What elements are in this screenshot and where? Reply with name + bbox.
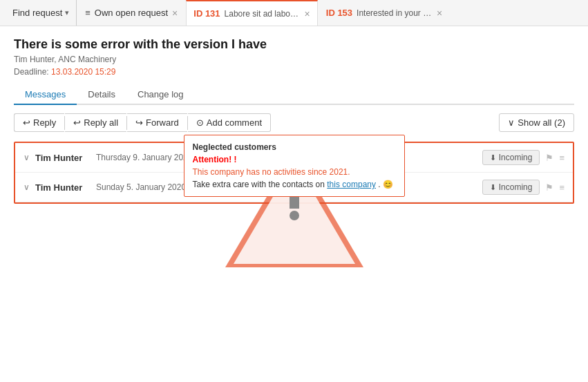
msg2-tag-label: Incoming xyxy=(499,182,533,192)
deadline-label: Deadline: xyxy=(14,67,49,77)
msg2-sender: Tim Hunter xyxy=(35,182,91,193)
flag-icon-2[interactable]: ⚑ xyxy=(545,182,553,193)
list-icon: ≡ xyxy=(85,8,91,18)
expand-msg1-icon[interactable]: ∨ xyxy=(23,153,30,162)
comment-icon: ⊙ xyxy=(196,117,204,128)
tab-own-label: Own open request xyxy=(95,8,168,18)
menu-icon-2[interactable]: ≡ xyxy=(559,182,565,193)
exclaim-dot xyxy=(290,211,299,220)
tab-id153-label: ID 153 xyxy=(326,8,352,18)
tab-id153[interactable]: ID 153 Interested in your PR cam × xyxy=(319,0,450,26)
tab-id131-label: ID 131 xyxy=(193,8,220,19)
messages-wrapper: ∨ Tim Hunter Thursday 9. January 2020 14… xyxy=(14,142,574,204)
msg1-tag-label: Incoming xyxy=(499,153,533,162)
find-request-tab[interactable]: Find request ▾ xyxy=(6,0,77,26)
message-row-2: ∨ Tim Hunter Sunday 5. January 2020 17:2… xyxy=(15,173,573,202)
tab-change-log[interactable]: Change log xyxy=(126,85,195,105)
expand-msg2-icon[interactable]: ∨ xyxy=(23,182,30,192)
add-comment-button[interactable]: ⊙ Add comment xyxy=(188,113,271,132)
show-all-label: Show all (2) xyxy=(518,117,565,128)
download-icon-1: ⬇ xyxy=(490,153,496,162)
forward-icon: ↪ xyxy=(135,117,143,128)
msg1-tag[interactable]: ⬇ Incoming xyxy=(482,150,540,165)
deadline-value: 13.03.2020 15:29 xyxy=(51,67,115,77)
show-all-button[interactable]: ∨ Show all (2) xyxy=(499,113,574,132)
main-content: There is some error with the version I h… xyxy=(0,26,588,204)
tab-messages[interactable]: Messages xyxy=(14,85,77,105)
msg2-actions: ⚑ ≡ xyxy=(545,182,565,193)
forward-button[interactable]: ↪ Forward xyxy=(127,113,187,132)
find-chevron-icon: ▾ xyxy=(65,8,69,17)
reply-label: Reply xyxy=(33,117,56,128)
action-bar: ↩ Reply ↩ Reply all ↪ Forward ⊙ Add comm… xyxy=(14,113,574,132)
reply-button[interactable]: ↩ Reply xyxy=(14,113,64,132)
ticket-title: There is some error with the version I h… xyxy=(14,37,574,52)
tab-own-open-request[interactable]: ≡ Own open request × xyxy=(78,0,184,26)
tab-id131[interactable]: ID 131 Labore sit ad labore aliqu × xyxy=(186,0,318,26)
tab-id153-close-icon[interactable]: × xyxy=(437,8,442,18)
msg2-date: Sunday 5. January 2020 17:29 xyxy=(96,182,477,192)
tab-details[interactable]: Details xyxy=(77,85,126,105)
tab-id131-subtitle: Labore sit ad labore aliqu xyxy=(225,9,301,19)
forward-label: Forward xyxy=(146,117,179,128)
tab-id131-close-icon[interactable]: × xyxy=(305,9,310,19)
ticket-meta: Tim Hunter, ANC Machinery xyxy=(14,55,574,64)
sub-tabs: Messages Details Change log xyxy=(14,85,574,105)
flag-icon-1[interactable]: ⚑ xyxy=(545,153,553,163)
menu-icon-1[interactable]: ≡ xyxy=(559,153,565,163)
tab-id153-subtitle: Interested in your PR cam xyxy=(357,8,433,18)
msg1-actions: ⚑ ≡ xyxy=(545,153,565,163)
message-row-1: ∨ Tim Hunter Thursday 9. January 2020 14… xyxy=(15,143,573,173)
reply-icon: ↩ xyxy=(23,117,30,128)
messages-container: ∨ Tim Hunter Thursday 9. January 2020 14… xyxy=(14,142,574,204)
msg2-tag[interactable]: ⬇ Incoming xyxy=(482,180,540,195)
chevron-down-icon: ∨ xyxy=(508,117,515,128)
tab-bar: Find request ▾ ≡ Own open request × ID 1… xyxy=(0,0,588,26)
reply-all-icon: ↩ xyxy=(73,117,81,128)
reply-all-button[interactable]: ↩ Reply all xyxy=(65,113,126,132)
find-request-label: Find request xyxy=(12,8,62,18)
reply-all-label: Reply all xyxy=(84,117,118,128)
msg1-sender: Tim Hunter xyxy=(35,153,91,163)
ticket-deadline: Deadline: 13.03.2020 15:29 xyxy=(14,67,574,77)
msg1-date: Thursday 9. January 2020 14:29 xyxy=(96,153,477,162)
download-icon-2: ⬇ xyxy=(490,183,496,192)
add-comment-label: Add comment xyxy=(207,117,262,128)
tab-own-close-icon[interactable]: × xyxy=(172,8,178,18)
